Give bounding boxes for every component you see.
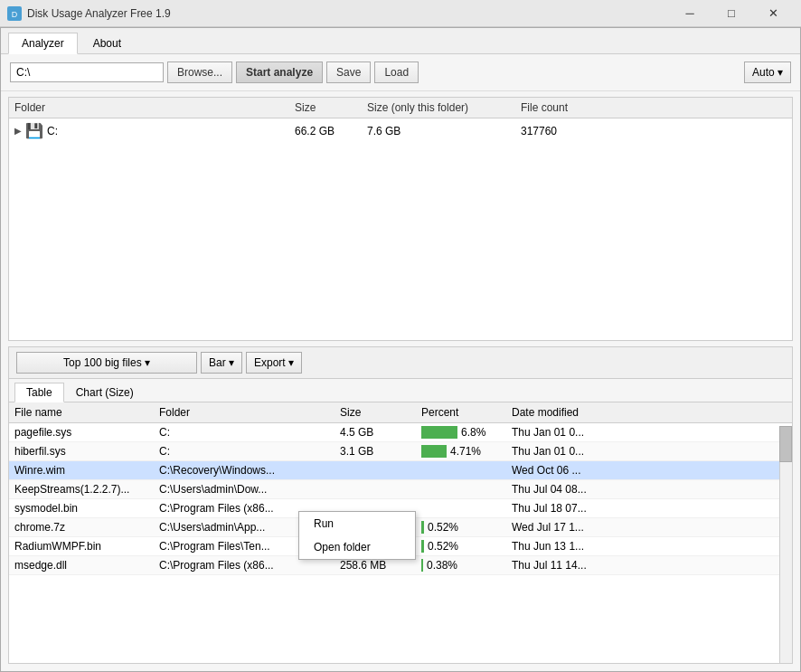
cell-folder: C: bbox=[159, 426, 340, 439]
th-percent: Percent bbox=[421, 406, 512, 419]
cell-percent: 0.52% bbox=[421, 521, 512, 534]
percent-bar-icon bbox=[421, 540, 424, 553]
expand-arrow-icon[interactable]: ▶ bbox=[14, 126, 22, 136]
bottom-section: Top 100 big files ▾ Bar ▾ Export ▾ Table… bbox=[8, 346, 793, 664]
cell-percent: 0.52% bbox=[421, 540, 512, 553]
sub-tab-chart[interactable]: Chart (Size) bbox=[64, 383, 146, 402]
context-menu: Run Open folder bbox=[298, 511, 416, 560]
cell-filename: hiberfil.sys bbox=[14, 445, 159, 458]
percent-bar-icon bbox=[421, 445, 447, 458]
context-menu-open-folder[interactable]: Open folder bbox=[299, 535, 415, 559]
cell-filename: KeepStreams(1.2.2.7)... bbox=[14, 483, 159, 496]
tree-header: Folder Size Size (only this folder) File… bbox=[9, 98, 792, 118]
cell-date: Thu Jan 01 0... bbox=[512, 445, 787, 458]
folder-size: 66.2 GB bbox=[295, 125, 367, 137]
table-row[interactable]: KeepStreams(1.2.2.7)... C:\Users\admin\D… bbox=[9, 480, 792, 499]
th-filename: File name bbox=[14, 406, 159, 419]
toolbar: Browse... Start analyze Save Load Auto ▾ bbox=[1, 54, 800, 91]
tree-panel: Folder Size Size (only this folder) File… bbox=[8, 97, 793, 341]
cell-size bbox=[340, 483, 421, 496]
maximize-button[interactable]: □ bbox=[711, 0, 752, 27]
cell-date: Wed Jul 17 1... bbox=[512, 521, 787, 534]
percent-bar-icon bbox=[421, 426, 457, 439]
cell-size: 4.5 GB bbox=[340, 426, 421, 439]
table-row[interactable]: hiberfil.sys C: 3.1 GB 4.71% Thu Jan 01 … bbox=[9, 442, 792, 461]
drive-icon: 💾 bbox=[25, 122, 43, 139]
cell-date: Thu Jul 18 07... bbox=[512, 502, 787, 515]
start-analyze-button[interactable]: Start analyze bbox=[236, 62, 323, 83]
cell-size: 258.6 MB bbox=[340, 559, 421, 572]
cell-date: Thu Jan 01 0... bbox=[512, 426, 787, 439]
tab-bar: Analyzer About bbox=[1, 28, 800, 54]
load-button[interactable]: Load bbox=[374, 62, 419, 83]
path-input[interactable] bbox=[10, 62, 164, 82]
big-files-button[interactable]: Top 100 big files ▾ bbox=[16, 352, 197, 374]
cell-filename: msedge.dll bbox=[14, 559, 159, 572]
cell-percent bbox=[421, 483, 512, 496]
auto-button[interactable]: Auto ▾ bbox=[744, 62, 791, 83]
title-bar: D Disk Usage Analyzer Free 1.9 ─ □ ✕ bbox=[0, 0, 801, 27]
cell-folder: C:\Users\admin\Dow... bbox=[159, 483, 340, 496]
app-icon: D bbox=[7, 6, 22, 21]
cell-percent: 6.8% bbox=[421, 426, 512, 439]
table-header: File name Folder Size Percent Date modif… bbox=[9, 402, 792, 423]
tab-about[interactable]: About bbox=[80, 33, 135, 54]
folder-name: C: bbox=[47, 125, 58, 137]
cell-percent bbox=[421, 502, 512, 515]
title-bar-text: Disk Usage Analyzer Free 1.9 bbox=[27, 7, 669, 20]
cell-date: Wed Oct 06 ... bbox=[512, 464, 787, 477]
export-button[interactable]: Export ▾ bbox=[246, 352, 302, 374]
cell-date: Thu Jun 13 1... bbox=[512, 540, 787, 553]
title-bar-buttons: ─ □ ✕ bbox=[669, 0, 794, 27]
percent-bar-icon bbox=[421, 521, 424, 534]
cell-percent: 4.71% bbox=[421, 445, 512, 458]
th-folder: Folder bbox=[159, 406, 340, 419]
browse-button[interactable]: Browse... bbox=[167, 62, 232, 83]
scrollbar-track[interactable] bbox=[779, 426, 792, 663]
minimize-button[interactable]: ─ bbox=[669, 0, 711, 27]
cell-percent bbox=[421, 464, 512, 477]
cell-filename: Winre.wim bbox=[14, 464, 159, 477]
table-row[interactable]: Winre.wim C:\Recovery\Windows... Wed Oct… bbox=[9, 461, 792, 480]
folder-cell: ▶ 💾 C: bbox=[14, 122, 295, 139]
bottom-toolbar: Top 100 big files ▾ Bar ▾ Export ▾ bbox=[9, 347, 792, 379]
cell-folder: C:\Program Files (x86... bbox=[159, 559, 340, 572]
cell-size bbox=[340, 464, 421, 477]
col-size: Size bbox=[295, 101, 367, 114]
tab-analyzer[interactable]: Analyzer bbox=[8, 33, 78, 54]
close-button[interactable]: ✕ bbox=[752, 0, 794, 27]
sub-tab-bar: Table Chart (Size) bbox=[9, 379, 792, 402]
col-file-count: File count bbox=[521, 101, 629, 114]
save-button[interactable]: Save bbox=[326, 62, 371, 83]
cell-filename: sysmodel.bin bbox=[14, 502, 159, 515]
main-window: Analyzer About Browse... Start analyze S… bbox=[0, 27, 801, 672]
percent-bar-icon bbox=[421, 559, 423, 572]
cell-folder: C: bbox=[159, 445, 340, 458]
scrollbar-thumb[interactable] bbox=[779, 426, 792, 462]
svg-text:D: D bbox=[12, 10, 18, 19]
cell-filename: RadiumWMPF.bin bbox=[14, 540, 159, 553]
table-row[interactable]: pagefile.sys C: 4.5 GB 6.8% Thu Jan 01 0… bbox=[9, 423, 792, 442]
cell-filename: chrome.7z bbox=[14, 521, 159, 534]
th-size: Size bbox=[340, 406, 421, 419]
sub-tab-table[interactable]: Table bbox=[14, 383, 64, 402]
cell-date: Thu Jul 04 08... bbox=[512, 483, 787, 496]
cell-filename: pagefile.sys bbox=[14, 426, 159, 439]
cell-size: 3.1 GB bbox=[340, 445, 421, 458]
folder-file-count: 317760 bbox=[521, 125, 629, 137]
bar-button[interactable]: Bar ▾ bbox=[201, 352, 242, 374]
cell-folder: C:\Recovery\Windows... bbox=[159, 464, 340, 477]
cell-percent: 0.38% bbox=[421, 559, 512, 572]
context-menu-run[interactable]: Run bbox=[299, 512, 415, 535]
folder-size-only: 7.6 GB bbox=[367, 125, 521, 137]
th-date: Date modified bbox=[512, 406, 787, 419]
col-size-only: Size (only this folder) bbox=[367, 101, 521, 114]
tree-row[interactable]: ▶ 💾 C: 66.2 GB 7.6 GB 317760 bbox=[9, 118, 792, 143]
col-folder: Folder bbox=[14, 101, 295, 114]
cell-date: Thu Jul 11 14... bbox=[512, 559, 787, 572]
